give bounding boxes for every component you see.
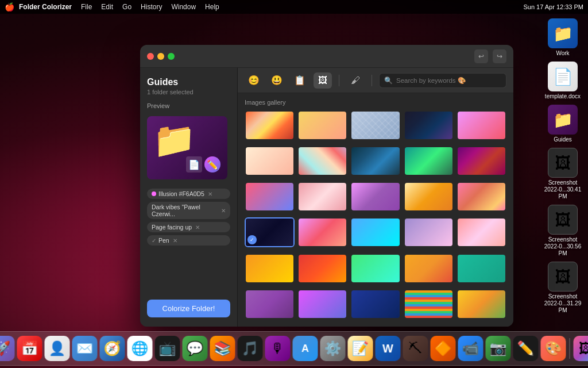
gallery-item[interactable] [245,110,295,140]
tag-illusion-close[interactable]: ✕ [208,191,212,197]
maximize-button[interactable] [168,53,175,60]
dock-contacts[interactable]: 👤 [45,336,70,361]
screenshot1-label: Screenshot 2022-0...30.41 PM [542,179,583,200]
tag-page-facing-close[interactable]: ✕ [195,224,200,231]
tag-dark-vibes-close[interactable]: ✕ [221,208,226,214]
gallery-item[interactable] [350,289,400,319]
desktop-icon-template[interactable]: 📄 template.docx [542,62,583,100]
gallery-grid: ✓ [238,108,513,327]
gallery-item[interactable] [245,254,295,283]
tag-pen[interactable]: ✓ Pen ✕ [147,235,230,246]
tab-clipboard[interactable]: 📋 [291,72,309,89]
gallery-item[interactable] [457,146,506,176]
dock-messages[interactable]: 💬 [183,336,208,361]
dock-penpot[interactable]: ✏️ [513,336,539,361]
dock-chrome[interactable]: 🌐 [127,336,153,361]
guides-label: Guides [554,136,572,143]
tag-pen-close[interactable]: ✕ [173,237,177,244]
tag-illusion-dot [152,191,156,196]
gallery-item[interactable] [245,182,295,212]
gallery-item[interactable] [457,217,506,247]
dock-appstore[interactable]: A [293,336,318,361]
gallery-item[interactable] [404,110,454,140]
panel-title-text: Guides 1 folder selected [147,77,230,95]
gallery-item[interactable] [404,217,454,247]
menu-file[interactable]: File [81,3,92,11]
menubar-app-name: Folder Colorizer [19,3,72,11]
dock-launchpad[interactable]: 🚀 [0,336,15,361]
menu-history[interactable]: History [141,3,162,11]
tab-emoticon[interactable]: 😃 [268,72,286,89]
gallery-item[interactable] [404,254,454,283]
desktop-icon-guides[interactable]: 📁 Guides [542,105,583,143]
gallery-item[interactable] [404,182,454,212]
gallery-item[interactable] [350,254,400,283]
dock-word[interactable]: W [376,336,401,361]
folder-name: Guides [147,77,230,87]
gallery-item[interactable] [297,289,347,319]
gallery-item[interactable] [457,110,506,140]
desktop-icon-screenshot3[interactable]: 🖼 Screenshot 2022-0...31.29 PM [542,262,583,314]
gallery-item[interactable] [404,146,454,176]
tab-brush[interactable]: 🖌 [346,72,365,89]
app-window: ↩ ↪ Guides 1 folder selected Preview 📁 📄… [140,45,513,327]
folder-icon: 📁 [153,120,196,160]
gallery-item[interactable] [297,110,347,140]
dock-vlc[interactable]: 🔶 [431,336,456,361]
redo-button[interactable]: ↪ [493,49,506,63]
desktop-icon-screenshot1[interactable]: 🖼 Screenshot 2022-0...30.41 PM [542,148,583,200]
gallery-item[interactable] [457,289,506,319]
menu-help[interactable]: Help [205,3,219,11]
menu-window[interactable]: Window [171,3,196,11]
desktop-icons: 📁 Work 📄 template.docx 📁 Guides 🖼 Screen… [542,18,583,314]
gallery-item[interactable] [350,110,400,140]
desktop-icon-work[interactable]: 📁 Work [542,18,583,57]
tab-image[interactable]: 🖼 [314,72,332,89]
dock-calendar[interactable]: 📅 [17,336,42,361]
dock-minecraft[interactable]: ⛏ [403,336,428,361]
dock-appletv[interactable]: 📺 [155,336,180,361]
dock-mail[interactable]: ✉️ [72,336,98,361]
dock-podcasts[interactable]: 🎙 [265,336,291,361]
menu-edit[interactable]: Edit [101,3,113,11]
pen-overlay-icon: ✏️ [204,156,220,172]
gallery-item[interactable] [297,146,347,176]
tag-illusion[interactable]: Illusion #F6A0D5 ✕ [147,189,230,199]
colorize-button[interactable]: Colorize Folder! [147,300,230,317]
tag-page-facing[interactable]: Page facing up ✕ [147,222,230,232]
gallery-item[interactable] [457,182,506,212]
tag-pen-label: Pen [158,237,169,244]
apple-menu[interactable]: 🍎 [5,2,14,12]
gallery-item[interactable] [457,254,506,283]
gallery-item[interactable] [297,254,347,283]
search-input[interactable] [396,77,501,84]
dock-photos[interactable]: 🖼 [574,336,589,361]
desktop-icon-screenshot2[interactable]: 🖼 Screenshot 2022-0...30.56 PM [542,205,583,257]
dock-music[interactable]: 🎵 [238,336,263,361]
folder-count: 1 folder selected [147,89,230,95]
gallery-item-selected[interactable]: ✓ [245,217,295,247]
gallery-item[interactable] [245,289,295,319]
dock-notes[interactable]: 📝 [348,336,373,361]
close-button[interactable] [147,53,154,60]
tag-dark-vibes[interactable]: Dark vibes "Pawel Czerwi... ✕ [147,202,230,219]
gallery-item[interactable] [404,289,454,319]
dock-facetime[interactable]: 📷 [486,336,511,361]
menubar: 🍎 Folder Colorizer File Edit Go History … [0,0,588,14]
screenshot3-icon: 🖼 [548,262,578,292]
gallery-item[interactable] [350,182,400,212]
tab-emoji[interactable]: 😊 [245,72,263,89]
dock-books[interactable]: 📚 [210,336,235,361]
gallery-item[interactable] [350,146,400,176]
dock-colorizer[interactable]: 🎨 [541,336,566,361]
dock-zoom[interactable]: 📹 [458,336,483,361]
gallery-item[interactable] [350,217,400,247]
dock-settings[interactable]: ⚙️ [320,336,346,361]
minimize-button[interactable] [157,53,164,60]
menu-go[interactable]: Go [122,3,131,11]
gallery-item[interactable] [297,182,347,212]
gallery-item[interactable] [297,217,347,247]
dock-safari[interactable]: 🧭 [100,336,125,361]
undo-button[interactable]: ↩ [474,49,488,63]
gallery-item[interactable] [245,146,295,176]
